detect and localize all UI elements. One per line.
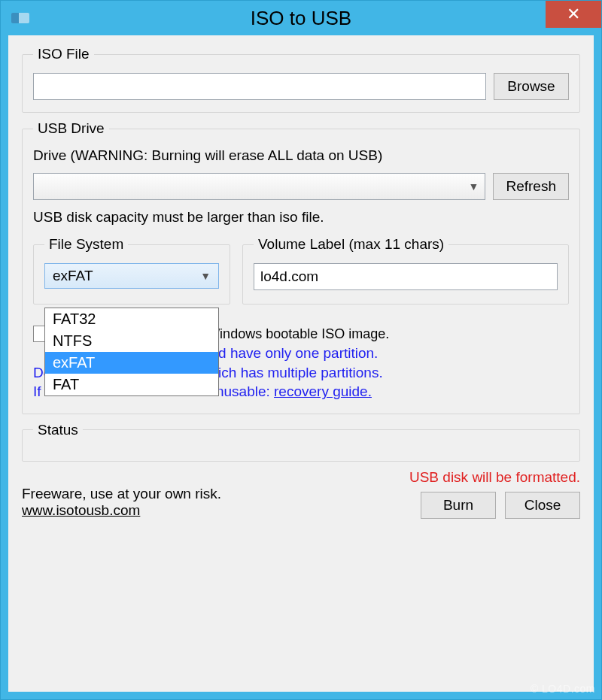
chevron-down-icon: ▼ (469, 180, 479, 192)
volume-label-legend: Volume Label (max 11 chars) (254, 236, 448, 253)
app-window: ISO to USB ✕ ISO File Browse USB Drive D… (0, 0, 602, 700)
file-system-select[interactable]: exFAT ▼ (44, 263, 219, 289)
refresh-button[interactable]: Refresh (493, 173, 569, 200)
iso-path-input[interactable] (33, 73, 486, 100)
close-icon: ✕ (567, 5, 580, 24)
iso-file-group: ISO File Browse (22, 46, 580, 113)
fs-option-exfat[interactable]: exFAT (45, 352, 218, 374)
file-system-dropdown: FAT32 NTFS exFAT FAT (44, 308, 219, 396)
drive-select[interactable]: ▼ (33, 173, 485, 200)
usb-drive-group: USB Drive Drive (WARNING: Burning will e… (22, 120, 580, 414)
volume-label-input[interactable] (254, 263, 558, 290)
client-area: ISO File Browse USB Drive Drive (WARNING… (8, 35, 594, 692)
chevron-down-icon: ▼ (200, 270, 211, 282)
status-group: Status (22, 422, 580, 462)
burn-button[interactable]: Burn (421, 492, 496, 519)
freeware-text: Freeware, use at your own risk. (22, 486, 221, 502)
fs-option-ntfs[interactable]: NTFS (45, 330, 218, 352)
watermark: © LO4D.com (531, 683, 595, 695)
status-legend: Status (33, 422, 83, 438)
browse-button[interactable]: Browse (494, 73, 569, 100)
recovery-guide-link[interactable]: recovery guide. (274, 383, 372, 399)
drive-warning-label: Drive (WARNING: Burning will erase ALL d… (33, 147, 569, 164)
fs-option-fat[interactable]: FAT (45, 374, 218, 395)
fs-option-fat32[interactable]: FAT32 (45, 308, 218, 330)
iso-file-legend: ISO File (33, 46, 94, 62)
volume-label-group: Volume Label (max 11 chars) (242, 236, 569, 305)
window-title: ISO to USB (1, 7, 601, 30)
usb-drive-legend: USB Drive (33, 120, 109, 137)
website-link[interactable]: www.isotousb.com (22, 502, 221, 519)
titlebar[interactable]: ISO to USB ✕ (1, 1, 601, 35)
close-window-button[interactable]: ✕ (546, 1, 601, 28)
format-warning: USB disk will be formatted. (409, 469, 580, 486)
file-system-value: exFAT (53, 268, 93, 284)
file-system-group: File System exFAT ▼ FAT32 NTFS exFAT FAT (33, 236, 230, 305)
capacity-note: USB disk capacity must be larger than is… (33, 209, 569, 226)
file-system-legend: File System (44, 236, 128, 253)
footer-left: Freeware, use at your own risk. www.isot… (22, 486, 221, 519)
close-button[interactable]: Close (505, 492, 580, 519)
